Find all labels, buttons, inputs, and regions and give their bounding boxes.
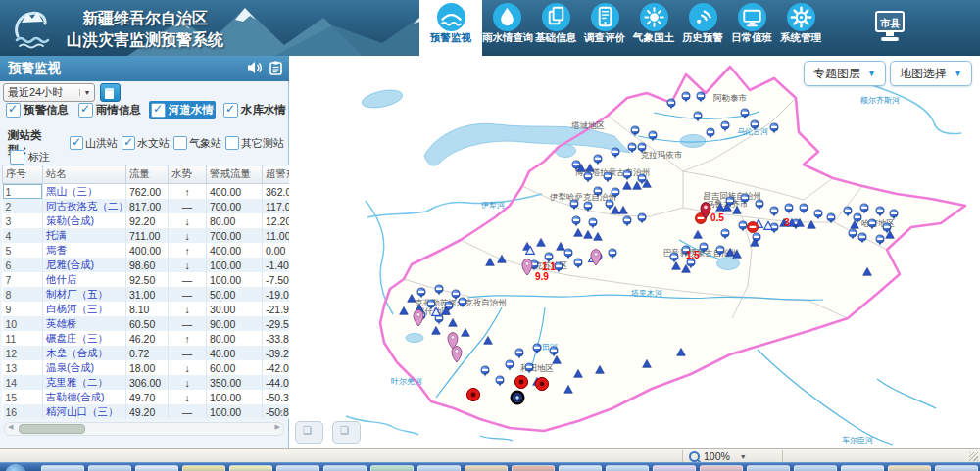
table-horizontal-scrollbar[interactable]: ◀ ▶	[4, 422, 284, 436]
nav-item-6[interactable]: 日常值班	[727, 0, 776, 56]
nav-item-4[interactable]: 气象国土	[629, 0, 678, 56]
annotate-toggle[interactable]: 标注	[10, 150, 50, 165]
taskbar-app-button[interactable]	[41, 465, 84, 471]
table-row[interactable]: 9白杨河（三）8.10↓30.00-21.90	[3, 302, 319, 316]
windows-taskbar[interactable]	[0, 462, 980, 471]
scrollbar-thumb[interactable]	[19, 424, 85, 434]
alarm-station-marker[interactable]	[514, 375, 527, 388]
table-row[interactable]: 1黑山（三）762.00↑400.00362.00	[3, 184, 319, 200]
river-label: 乌伦古河	[737, 127, 768, 136]
taskbar-app-button[interactable]	[417, 465, 461, 471]
taskbar-app-button[interactable]	[747, 465, 790, 471]
station-type-山洪站[interactable]: 山洪站	[70, 136, 118, 151]
river-label: 塔里木河	[630, 289, 662, 298]
station-type-水文站[interactable]: 水文站	[122, 136, 170, 151]
nav-item-label: 系统管理	[776, 32, 825, 44]
filter-预警信息[interactable]: 预警信息	[4, 101, 71, 119]
table-row[interactable]: 8制材厂（五）31.00—50.00-19.00	[3, 287, 319, 302]
alarm-station-marker[interactable]	[535, 377, 548, 390]
taskbar-app-button[interactable]	[700, 465, 743, 471]
column-header[interactable]: 水势	[169, 165, 207, 184]
checkbox[interactable]	[78, 103, 93, 118]
overview-window-button-1[interactable]	[295, 421, 323, 444]
table-row[interactable]: 10英雄桥60.50—90.00-29.50	[3, 316, 319, 331]
region-label: 克拉玛依市	[641, 150, 683, 160]
taskbar-app-button[interactable]	[653, 465, 696, 471]
map-canvas[interactable]: 阿勒泰市塔城地区克拉玛依市博尔塔拉蒙古自治州伊犁哈萨克自治州昌吉回族自治州乌鲁木…	[289, 56, 980, 448]
column-header[interactable]: 流量	[126, 165, 169, 184]
calendar-button[interactable]	[100, 83, 121, 102]
thematic-layers-button[interactable]: 专题图层 ▼	[804, 61, 886, 86]
table-row[interactable]: 7他什店92.50—100.00-7.50	[3, 272, 319, 287]
nav-item-1[interactable]: 雨水情查询	[482, 0, 531, 56]
table-row[interactable]: 13温泉(合成)18.00↓60.00-42.00	[3, 360, 319, 375]
taskbar-app-button[interactable]	[606, 465, 649, 471]
column-header[interactable]: 序号	[3, 165, 43, 184]
alert-value-label: 1.5	[686, 250, 700, 260]
taskbar-app-button[interactable]	[323, 465, 367, 471]
taskbar-app-button[interactable]	[465, 465, 508, 471]
checkbox[interactable]	[151, 103, 166, 118]
taskbar-app-button[interactable]	[135, 465, 178, 471]
checkbox[interactable]	[70, 136, 83, 150]
taskbar-app-button[interactable]	[276, 465, 319, 471]
clipboard-icon[interactable]	[270, 61, 282, 77]
taskbar-app-button[interactable]	[88, 465, 131, 471]
scope-monitor-button[interactable]: 市县	[864, 8, 915, 51]
taskbar-app-button[interactable]	[794, 465, 837, 471]
table-row[interactable]: 6尼雅(合成)98.60↓100.00-1.40	[3, 258, 319, 272]
nav-item-5[interactable]: 历史预警	[678, 0, 727, 56]
checkbox[interactable]	[122, 136, 135, 150]
table-row[interactable]: 11碾盘庄（三）46.20↑80.00-33.80	[3, 331, 319, 346]
nav-item-3[interactable]: 调查评价	[580, 0, 629, 56]
taskbar-app-button[interactable]	[935, 465, 978, 471]
basemap-select-button[interactable]: 地图选择 ▼	[890, 61, 972, 86]
time-range-select[interactable]: 最近24小时 ▼	[3, 83, 95, 102]
column-header[interactable]: 警戒流量	[207, 165, 263, 184]
station-type-气象站[interactable]: 气象站	[173, 136, 221, 151]
resize-grip[interactable]	[969, 452, 978, 461]
checkbox[interactable]	[6, 103, 21, 118]
closed-station-marker[interactable]	[747, 221, 758, 232]
taskbar-app-button[interactable]	[559, 465, 602, 471]
dark-station-marker[interactable]	[512, 392, 524, 404]
table-row[interactable]: 5焉耆400.00↑400.000.00	[3, 243, 319, 258]
table-row[interactable]: 14克里雅（二）306.00↓350.00-44.00	[3, 375, 319, 390]
nav-item-2[interactable]: 基础信息	[531, 0, 580, 56]
table-row[interactable]: 3策勒(合成)92.20↓80.0012.20	[3, 213, 319, 228]
start-orb[interactable]	[5, 464, 26, 471]
station-type-其它测站[interactable]: 其它测站	[225, 136, 284, 151]
taskbar-app-button[interactable]	[370, 465, 414, 471]
table-row[interactable]: 2同古孜洛克（二）817.00—700.00117.00	[3, 199, 319, 213]
alarm-station-marker[interactable]	[466, 388, 479, 400]
table-row[interactable]: 12木垒（合成）0.72—40.00-39.28	[3, 346, 319, 360]
taskbar-app-button[interactable]	[229, 465, 272, 471]
column-header[interactable]: 站名	[43, 165, 126, 184]
annotate-checkbox[interactable]	[10, 150, 24, 165]
scroll-right-icon[interactable]: ▶	[275, 423, 280, 431]
checkbox[interactable]	[173, 136, 187, 150]
zoom-control[interactable]: 100% ▼	[689, 449, 747, 463]
taskbar-app-button[interactable]	[182, 465, 225, 471]
speaker-icon[interactable]	[247, 61, 263, 76]
taskbar-app-button[interactable]	[841, 465, 884, 471]
scroll-up-icon[interactable]: ▲	[277, 166, 284, 173]
table-row[interactable]: 16精河山口（三）49.20—100.00-50.80	[3, 404, 319, 419]
filter-雨情信息[interactable]: 雨情信息	[76, 101, 143, 119]
checkbox[interactable]	[223, 103, 238, 118]
nav-item-7[interactable]: 系统管理	[776, 0, 825, 56]
scroll-down-icon[interactable]: ▼	[277, 408, 284, 415]
table-vertical-scrollbar[interactable]: ▲ ▼	[275, 165, 286, 417]
nav-item-0[interactable]: 预警监视	[419, 0, 482, 56]
gear-icon	[787, 3, 815, 31]
region-label: 阿勒泰市	[713, 93, 748, 103]
filter-水库水情[interactable]: 水库水情	[221, 101, 288, 119]
overview-window-button-2[interactable]	[332, 421, 361, 444]
table-row[interactable]: 15吉勒德(合成)49.70↓100.00-50.30	[3, 390, 319, 404]
table-row[interactable]: 4托满711.00↓700.0011.00	[3, 228, 319, 243]
filter-河道水情[interactable]: 河道水情	[149, 101, 216, 119]
scroll-left-icon[interactable]: ◀	[8, 423, 13, 431]
taskbar-app-button[interactable]	[888, 465, 931, 471]
checkbox[interactable]	[225, 136, 239, 150]
taskbar-app-button[interactable]	[512, 465, 555, 471]
